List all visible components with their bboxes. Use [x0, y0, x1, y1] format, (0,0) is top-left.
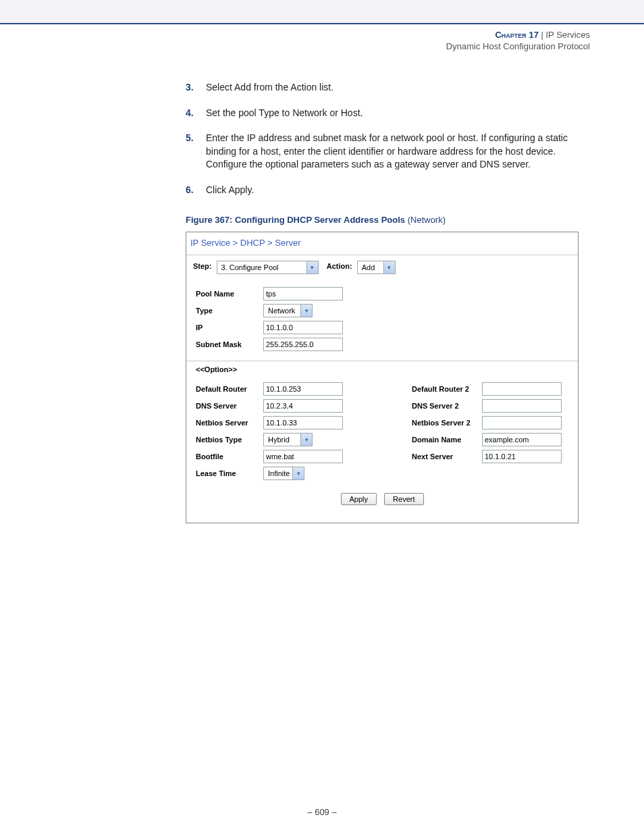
- default-router-label: Default Router: [196, 385, 263, 393]
- chevron-down-icon: ▾: [300, 434, 312, 446]
- figure-caption-suffix: (Network): [408, 215, 446, 225]
- next-server-input[interactable]: [482, 450, 562, 463]
- ip-input[interactable]: [263, 321, 343, 334]
- option-header: <<Option>>: [196, 365, 568, 373]
- chapter-label: Chapter 17: [495, 30, 538, 40]
- step-text: Click Apply.: [206, 184, 254, 195]
- page-header: Chapter 17 | IP Services Dynamic Host Co…: [0, 24, 644, 54]
- type-select[interactable]: Network ▾: [263, 304, 313, 317]
- pool-name-row: Pool Name: [196, 287, 568, 301]
- step-3: 3.Select Add from the Action list.: [186, 81, 590, 95]
- type-select-value: Network: [264, 307, 300, 315]
- toolbar: Step: 3. Configure Pool ▾ Action: Add ▾: [186, 255, 578, 280]
- step-text: Enter the IP address and subnet mask for…: [206, 132, 568, 170]
- lease-value: Infinite: [264, 469, 292, 477]
- dns2-label: DNS Server 2: [412, 402, 482, 410]
- top-bar: [0, 0, 644, 24]
- subnet-label: Subnet Mask: [196, 340, 263, 348]
- default-router2-label: Default Router 2: [412, 385, 482, 393]
- step-select[interactable]: 3. Configure Pool ▾: [217, 261, 319, 274]
- option-columns: Default Router DNS Server Netbios Server…: [196, 379, 568, 484]
- domain-label: Domain Name: [412, 436, 482, 444]
- step-label: Step:: [193, 262, 212, 270]
- step-number: 5.: [186, 132, 194, 145]
- subnet-row: Subnet Mask: [196, 338, 568, 351]
- step-6: 6.Click Apply.: [186, 184, 590, 197]
- action-label: Action:: [327, 262, 352, 270]
- figure-caption: Figure 367: Configuring DHCP Server Addr…: [186, 215, 590, 225]
- form-area: Pool Name Type Network ▾ IP Subnet Mask …: [186, 280, 578, 523]
- figure-caption-bold: Figure 367: Configuring DHCP Server Addr…: [186, 215, 408, 225]
- revert-button[interactable]: Revert: [384, 493, 423, 505]
- ip-row: IP: [196, 321, 568, 334]
- netbios-label: Netbios Server: [196, 419, 263, 427]
- lease-select[interactable]: Infinite ▾: [263, 467, 304, 480]
- page-footer: – 609 –: [0, 807, 644, 834]
- netbios-type-select[interactable]: Hybrid ▾: [263, 433, 313, 446]
- step-number: 3.: [186, 81, 194, 95]
- step-5: 5.Enter the IP address and subnet mask f…: [186, 132, 590, 172]
- button-row: Apply Revert: [196, 484, 568, 513]
- next-server-label: Next Server: [412, 452, 482, 461]
- pool-name-label: Pool Name: [196, 290, 263, 298]
- lease-label: Lease Time: [196, 469, 263, 477]
- chevron-down-icon: ▾: [383, 261, 395, 273]
- type-label: Type: [196, 307, 263, 315]
- action-select-value: Add: [358, 263, 383, 271]
- header-title: IP Services: [545, 30, 590, 40]
- dns-input[interactable]: [263, 399, 343, 413]
- chevron-down-icon: ▾: [306, 261, 318, 273]
- step-number: 4.: [186, 107, 194, 120]
- netbios2-input[interactable]: [482, 416, 562, 429]
- chevron-down-icon: ▾: [300, 305, 312, 317]
- step-text: Set the pool Type to Network or Host.: [206, 107, 363, 118]
- type-row: Type Network ▾: [196, 304, 568, 317]
- header-separator: |: [539, 30, 546, 40]
- instruction-list: 3.Select Add from the Action list. 4.Set…: [186, 81, 590, 197]
- default-router-input[interactable]: [263, 382, 343, 396]
- subnet-input[interactable]: [263, 338, 343, 351]
- step-4: 4.Set the pool Type to Network or Host.: [186, 107, 590, 120]
- action-select[interactable]: Add ▾: [357, 261, 396, 274]
- netbios-type-value: Hybrid: [264, 436, 300, 444]
- netbios-type-label: Netbios Type: [196, 436, 263, 444]
- step-text: Select Add from the Action list.: [206, 82, 333, 93]
- step-select-value: 3. Configure Pool: [217, 263, 306, 271]
- netbios2-label: Netbios Server 2: [412, 419, 482, 427]
- dhcp-screenshot: IP Service > DHCP > Server Step: 3. Conf…: [186, 232, 579, 523]
- dns-label: DNS Server: [196, 402, 263, 410]
- apply-button[interactable]: Apply: [341, 493, 377, 505]
- dns2-input[interactable]: [482, 399, 562, 413]
- domain-input[interactable]: [482, 433, 562, 446]
- pool-name-input[interactable]: [263, 287, 343, 301]
- step-number: 6.: [186, 184, 194, 197]
- default-router2-input[interactable]: [482, 382, 562, 396]
- ip-label: IP: [196, 323, 263, 332]
- chevron-down-icon: ▾: [292, 467, 304, 479]
- header-subtitle: Dynamic Host Configuration Protocol: [0, 41, 590, 51]
- bootfile-input[interactable]: [263, 450, 343, 463]
- divider: [186, 361, 578, 361]
- netbios-input[interactable]: [263, 416, 343, 429]
- breadcrumb: IP Service > DHCP > Server: [186, 232, 578, 255]
- content-area: 3.Select Add from the Action list. 4.Set…: [186, 81, 590, 523]
- bootfile-label: Bootfile: [196, 452, 263, 461]
